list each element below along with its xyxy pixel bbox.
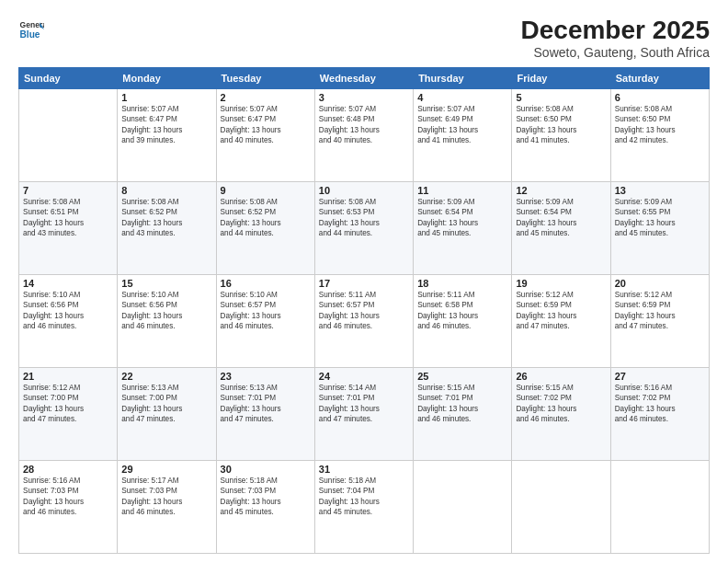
day-info: Sunrise: 5:18 AM Sunset: 7:04 PM Dayligh… <box>319 476 409 518</box>
day-number: 11 <box>417 185 507 196</box>
calendar-cell: 25Sunrise: 5:15 AM Sunset: 7:01 PM Dayli… <box>414 367 512 460</box>
calendar-cell: 1Sunrise: 5:07 AM Sunset: 6:47 PM Daylig… <box>118 88 216 181</box>
day-number: 19 <box>516 278 606 289</box>
calendar-cell: 11Sunrise: 5:09 AM Sunset: 6:54 PM Dayli… <box>414 181 512 274</box>
week-row-1: 1Sunrise: 5:07 AM Sunset: 6:47 PM Daylig… <box>19 88 710 181</box>
calendar-cell <box>512 460 610 553</box>
weekday-header-monday: Monday <box>118 67 216 88</box>
calendar-cell: 3Sunrise: 5:07 AM Sunset: 6:48 PM Daylig… <box>314 88 413 181</box>
day-number: 27 <box>615 371 705 382</box>
day-info: Sunrise: 5:10 AM Sunset: 6:56 PM Dayligh… <box>23 290 113 332</box>
logo: General Blue <box>18 17 44 42</box>
day-number: 25 <box>417 371 507 382</box>
day-number: 12 <box>516 185 606 196</box>
calendar-cell: 14Sunrise: 5:10 AM Sunset: 6:56 PM Dayli… <box>19 274 118 367</box>
calendar-cell: 15Sunrise: 5:10 AM Sunset: 6:56 PM Dayli… <box>118 274 216 367</box>
calendar-cell: 23Sunrise: 5:13 AM Sunset: 7:01 PM Dayli… <box>216 367 314 460</box>
calendar-cell <box>414 460 512 553</box>
day-number: 29 <box>121 464 211 475</box>
calendar-cell: 28Sunrise: 5:16 AM Sunset: 7:03 PM Dayli… <box>19 460 118 553</box>
day-info: Sunrise: 5:08 AM Sunset: 6:52 PM Dayligh… <box>121 197 211 239</box>
calendar-cell: 26Sunrise: 5:15 AM Sunset: 7:02 PM Dayli… <box>512 367 610 460</box>
day-number: 5 <box>516 92 606 103</box>
day-info: Sunrise: 5:07 AM Sunset: 6:47 PM Dayligh… <box>121 104 211 146</box>
calendar-cell: 2Sunrise: 5:07 AM Sunset: 6:47 PM Daylig… <box>216 88 314 181</box>
day-number: 31 <box>319 464 409 475</box>
weekday-header-wednesday: Wednesday <box>314 67 413 88</box>
title-block: December 2025 Soweto, Gauteng, South Afr… <box>521 17 710 60</box>
weekday-header-thursday: Thursday <box>414 67 512 88</box>
day-info: Sunrise: 5:12 AM Sunset: 6:59 PM Dayligh… <box>516 290 606 332</box>
weekday-header-tuesday: Tuesday <box>216 67 314 88</box>
day-number: 26 <box>516 371 606 382</box>
day-info: Sunrise: 5:14 AM Sunset: 7:01 PM Dayligh… <box>319 383 409 425</box>
day-info: Sunrise: 5:09 AM Sunset: 6:54 PM Dayligh… <box>417 197 507 239</box>
day-number: 18 <box>417 278 507 289</box>
header: General Blue December 2025 Soweto, Gaute… <box>18 17 710 60</box>
day-number: 21 <box>23 371 113 382</box>
calendar-cell: 5Sunrise: 5:08 AM Sunset: 6:50 PM Daylig… <box>512 88 610 181</box>
calendar-cell: 20Sunrise: 5:12 AM Sunset: 6:59 PM Dayli… <box>610 274 709 367</box>
day-info: Sunrise: 5:08 AM Sunset: 6:52 PM Dayligh… <box>221 197 311 239</box>
main-title: December 2025 <box>521 17 710 45</box>
day-info: Sunrise: 5:07 AM Sunset: 6:48 PM Dayligh… <box>319 104 409 146</box>
day-info: Sunrise: 5:17 AM Sunset: 7:03 PM Dayligh… <box>121 476 211 518</box>
day-info: Sunrise: 5:10 AM Sunset: 6:56 PM Dayligh… <box>121 290 211 332</box>
week-row-4: 21Sunrise: 5:12 AM Sunset: 7:00 PM Dayli… <box>19 367 710 460</box>
calendar-cell: 30Sunrise: 5:18 AM Sunset: 7:03 PM Dayli… <box>216 460 314 553</box>
day-number: 4 <box>417 92 507 103</box>
day-number: 16 <box>221 278 311 289</box>
logo-icon: General Blue <box>18 17 44 42</box>
calendar-cell: 24Sunrise: 5:14 AM Sunset: 7:01 PM Dayli… <box>314 367 413 460</box>
calendar-cell: 27Sunrise: 5:16 AM Sunset: 7:02 PM Dayli… <box>610 367 709 460</box>
weekday-header-sunday: Sunday <box>19 67 118 88</box>
day-number: 15 <box>121 278 211 289</box>
day-number: 20 <box>615 278 705 289</box>
calendar-cell: 4Sunrise: 5:07 AM Sunset: 6:49 PM Daylig… <box>414 88 512 181</box>
calendar-cell: 10Sunrise: 5:08 AM Sunset: 6:53 PM Dayli… <box>314 181 413 274</box>
calendar-cell: 18Sunrise: 5:11 AM Sunset: 6:58 PM Dayli… <box>414 274 512 367</box>
calendar-cell: 29Sunrise: 5:17 AM Sunset: 7:03 PM Dayli… <box>118 460 216 553</box>
day-info: Sunrise: 5:16 AM Sunset: 7:02 PM Dayligh… <box>615 383 705 425</box>
calendar-cell <box>610 460 709 553</box>
calendar-cell: 16Sunrise: 5:10 AM Sunset: 6:57 PM Dayli… <box>216 274 314 367</box>
calendar-cell: 19Sunrise: 5:12 AM Sunset: 6:59 PM Dayli… <box>512 274 610 367</box>
day-number: 14 <box>23 278 113 289</box>
day-number: 24 <box>319 371 409 382</box>
day-info: Sunrise: 5:10 AM Sunset: 6:57 PM Dayligh… <box>221 290 311 332</box>
day-info: Sunrise: 5:09 AM Sunset: 6:54 PM Dayligh… <box>516 197 606 239</box>
day-info: Sunrise: 5:11 AM Sunset: 6:57 PM Dayligh… <box>319 290 409 332</box>
week-row-5: 28Sunrise: 5:16 AM Sunset: 7:03 PM Dayli… <box>19 460 710 553</box>
day-info: Sunrise: 5:09 AM Sunset: 6:55 PM Dayligh… <box>615 197 705 239</box>
calendar-table: SundayMondayTuesdayWednesdayThursdayFrid… <box>18 67 710 554</box>
day-number: 3 <box>319 92 409 103</box>
day-number: 9 <box>221 185 311 196</box>
day-number: 17 <box>319 278 409 289</box>
calendar-cell: 6Sunrise: 5:08 AM Sunset: 6:50 PM Daylig… <box>610 88 709 181</box>
day-number: 13 <box>615 185 705 196</box>
weekday-header-row: SundayMondayTuesdayWednesdayThursdayFrid… <box>19 67 710 88</box>
day-info: Sunrise: 5:18 AM Sunset: 7:03 PM Dayligh… <box>221 476 311 518</box>
day-info: Sunrise: 5:08 AM Sunset: 6:51 PM Dayligh… <box>23 197 113 239</box>
calendar-cell: 12Sunrise: 5:09 AM Sunset: 6:54 PM Dayli… <box>512 181 610 274</box>
day-info: Sunrise: 5:08 AM Sunset: 6:53 PM Dayligh… <box>319 197 409 239</box>
day-info: Sunrise: 5:08 AM Sunset: 6:50 PM Dayligh… <box>516 104 606 146</box>
day-info: Sunrise: 5:07 AM Sunset: 6:49 PM Dayligh… <box>417 104 507 146</box>
week-row-2: 7Sunrise: 5:08 AM Sunset: 6:51 PM Daylig… <box>19 181 710 274</box>
day-number: 8 <box>121 185 211 196</box>
day-info: Sunrise: 5:15 AM Sunset: 7:01 PM Dayligh… <box>417 383 507 425</box>
svg-text:Blue: Blue <box>20 29 40 40</box>
calendar-cell: 8Sunrise: 5:08 AM Sunset: 6:52 PM Daylig… <box>118 181 216 274</box>
day-number: 6 <box>615 92 705 103</box>
weekday-header-saturday: Saturday <box>610 67 709 88</box>
subtitle: Soweto, Gauteng, South Africa <box>521 45 710 60</box>
calendar-cell: 22Sunrise: 5:13 AM Sunset: 7:00 PM Dayli… <box>118 367 216 460</box>
calendar-cell: 31Sunrise: 5:18 AM Sunset: 7:04 PM Dayli… <box>314 460 413 553</box>
day-info: Sunrise: 5:07 AM Sunset: 6:47 PM Dayligh… <box>221 104 311 146</box>
day-info: Sunrise: 5:11 AM Sunset: 6:58 PM Dayligh… <box>417 290 507 332</box>
day-number: 10 <box>319 185 409 196</box>
day-number: 30 <box>221 464 311 475</box>
calendar-cell: 17Sunrise: 5:11 AM Sunset: 6:57 PM Dayli… <box>314 274 413 367</box>
day-info: Sunrise: 5:12 AM Sunset: 7:00 PM Dayligh… <box>23 383 113 425</box>
day-number: 22 <box>121 371 211 382</box>
